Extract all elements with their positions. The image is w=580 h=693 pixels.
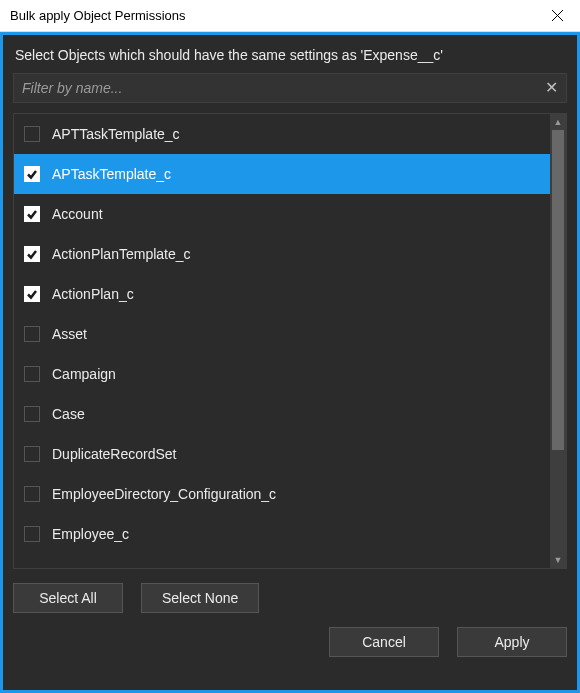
- scrollbar[interactable]: ▲ ▼: [550, 114, 566, 568]
- instruction-text: Select Objects which should have the sam…: [13, 45, 567, 73]
- list-item[interactable]: Case: [14, 394, 550, 434]
- scroll-down-arrow-icon[interactable]: ▼: [550, 552, 566, 568]
- check-icon: [26, 208, 38, 220]
- checkbox[interactable]: [24, 166, 40, 182]
- check-icon: [26, 168, 38, 180]
- list-item-label: DuplicateRecordSet: [52, 446, 177, 462]
- list-item[interactable]: Asset: [14, 314, 550, 354]
- scroll-up-arrow-icon[interactable]: ▲: [550, 114, 566, 130]
- dialog-body: Select Objects which should have the sam…: [0, 32, 580, 693]
- clear-filter-button[interactable]: ✕: [545, 80, 558, 96]
- list-item-label: Case: [52, 406, 85, 422]
- cancel-button[interactable]: Cancel: [329, 627, 439, 657]
- check-icon: [26, 248, 38, 260]
- list-item[interactable]: ActionPlanTemplate_c: [14, 234, 550, 274]
- list-item[interactable]: ActionPlan_c: [14, 274, 550, 314]
- window-title: Bulk apply Object Permissions: [10, 8, 186, 23]
- list-item[interactable]: APTTaskTemplate_c: [14, 114, 550, 154]
- list-item[interactable]: DuplicateRecordSet: [14, 434, 550, 474]
- list-item[interactable]: Account: [14, 194, 550, 234]
- list-item-label: EmployeeDirectory_Configuration_c: [52, 486, 276, 502]
- action-buttons-row: Cancel Apply: [13, 627, 567, 657]
- checkbox[interactable]: [24, 286, 40, 302]
- clear-icon: ✕: [545, 79, 558, 96]
- titlebar: Bulk apply Object Permissions: [0, 0, 580, 32]
- check-icon: [26, 288, 38, 300]
- object-list: APTTaskTemplate_cAPTaskTemplate_cAccount…: [13, 113, 567, 569]
- list-item-label: ActionPlan_c: [52, 286, 134, 302]
- close-button[interactable]: [535, 0, 580, 32]
- checkbox[interactable]: [24, 126, 40, 142]
- checkbox[interactable]: [24, 406, 40, 422]
- list-item-label: ActionPlanTemplate_c: [52, 246, 191, 262]
- list-item[interactable]: EmployeeDirectory_Configuration_c: [14, 474, 550, 514]
- filter-container: ✕: [13, 73, 567, 103]
- list-item[interactable]: Employee_c: [14, 514, 550, 554]
- list-item-label: APTaskTemplate_c: [52, 166, 171, 182]
- checkbox[interactable]: [24, 486, 40, 502]
- close-icon: [552, 10, 563, 21]
- list-item[interactable]: Campaign: [14, 354, 550, 394]
- dialog-window: Bulk apply Object Permissions Select Obj…: [0, 0, 580, 693]
- checkbox[interactable]: [24, 326, 40, 342]
- list-item-label: Campaign: [52, 366, 116, 382]
- list-item-label: APTTaskTemplate_c: [52, 126, 180, 142]
- list-item-label: Asset: [52, 326, 87, 342]
- selection-buttons-row: Select All Select None: [13, 583, 567, 613]
- checkbox[interactable]: [24, 526, 40, 542]
- scroll-thumb[interactable]: [552, 130, 564, 450]
- object-list-viewport: APTTaskTemplate_cAPTaskTemplate_cAccount…: [14, 114, 550, 568]
- apply-button[interactable]: Apply: [457, 627, 567, 657]
- list-item[interactable]: APTaskTemplate_c: [14, 154, 550, 194]
- checkbox[interactable]: [24, 366, 40, 382]
- checkbox[interactable]: [24, 206, 40, 222]
- select-none-button[interactable]: Select None: [141, 583, 259, 613]
- list-item-label: Account: [52, 206, 103, 222]
- list-item-label: Employee_c: [52, 526, 129, 542]
- filter-input[interactable]: [22, 80, 545, 96]
- checkbox[interactable]: [24, 246, 40, 262]
- checkbox[interactable]: [24, 446, 40, 462]
- select-all-button[interactable]: Select All: [13, 583, 123, 613]
